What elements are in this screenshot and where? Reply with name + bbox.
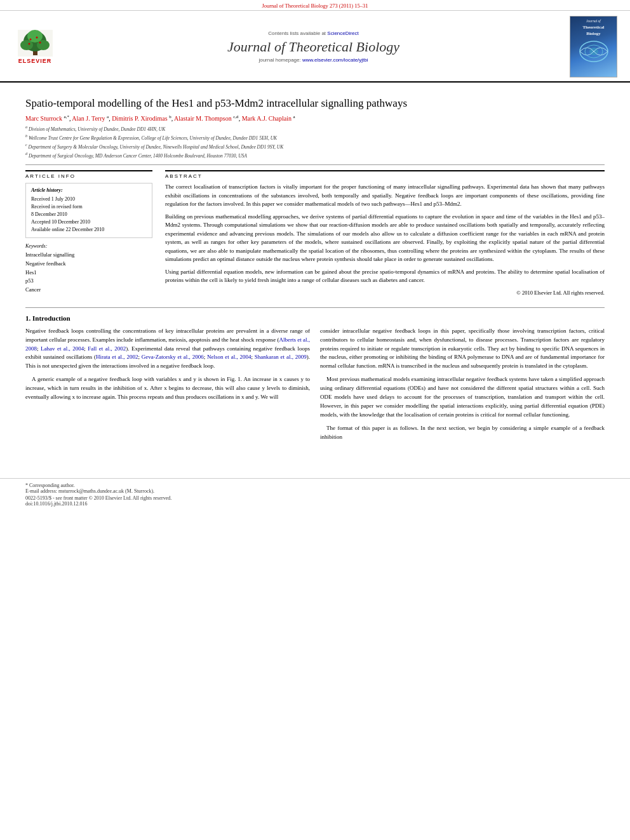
cover-journal-title1: Theoretical <box>582 25 604 30</box>
history-label: Article history: <box>31 187 147 193</box>
main-content: Spatio-temporal modelling of the Hes1 an… <box>0 83 630 459</box>
journal-bar: Journal of Theoretical Biology 273 (2011… <box>0 0 630 11</box>
elsevier-tree-icon <box>18 30 53 57</box>
authors-line: Marc Sturrock a,*, Alan J. Terry a, Dimi… <box>25 114 605 122</box>
author-xirodimas[interactable]: Dimitris P. Xirodimas <box>112 115 168 122</box>
introduction-title: 1. Introduction <box>25 314 605 322</box>
affil-d: d Department of Surgical Oncology, MD An… <box>25 151 605 159</box>
keywords-section: Keywords: Intracellular signalling Negat… <box>25 243 152 294</box>
journal-homepage-link[interactable]: www.elsevier.com/locate/yjtbi <box>302 57 368 63</box>
article-title: Spatio-temporal modelling of the Hes1 an… <box>25 97 605 110</box>
info-abstract-cols: ARTICLE INFO Article history: Received 1… <box>25 170 605 297</box>
svg-point-5 <box>27 30 43 43</box>
cite-shankaran[interactable]: Shankaran et al., 2009 <box>255 354 307 360</box>
footer-notes: * Corresponding author. E-mail address: … <box>25 483 605 494</box>
keyword-negative: Negative feedback <box>25 260 152 269</box>
abstract-para-3: Using partial differential equation mode… <box>165 268 605 285</box>
page-footer: * Corresponding author. E-mail address: … <box>0 478 630 510</box>
section-title-text: Introduction <box>32 314 70 322</box>
intro-col-right: consider intracellular negative feedback… <box>320 327 605 446</box>
cite-geva[interactable]: Geva-Zatorsky et al., 2006 <box>142 354 204 360</box>
abstract-col: ABSTRACT The correct localisation of tra… <box>165 170 605 297</box>
header-divider <box>25 164 605 165</box>
journal-header-center: Contents lists available at ScienceDirec… <box>65 30 562 63</box>
article-history-box: Article history: Received 1 July 2010 Re… <box>25 183 152 238</box>
affiliations: a Division of Mathematics, University of… <box>25 124 605 159</box>
article-info-col: ARTICLE INFO Article history: Received 1… <box>25 170 152 297</box>
cite-fall[interactable]: Fall et al., 2002 <box>88 345 126 352</box>
elsevier-logo: ELSEVIER <box>13 30 57 64</box>
copyright-line: © 2010 Elsevier Ltd. All rights reserved… <box>165 289 605 297</box>
svg-point-7 <box>36 36 37 38</box>
cover-journal-text: Journal of <box>586 19 601 23</box>
abstract-header: ABSTRACT <box>165 170 605 179</box>
keyword-hes1: Hes1 <box>25 269 152 277</box>
intro-col-left: Negative feedback loops controlling the … <box>25 327 310 446</box>
keyword-intracellular: Intracellular signalling <box>25 251 152 260</box>
svg-point-6 <box>29 38 31 40</box>
author-terry[interactable]: Alan J. Terry <box>72 115 105 122</box>
author-thompson[interactable]: Alastair M. Thompson <box>174 115 232 122</box>
abstract-para-1: The correct localisation of transcriptio… <box>165 183 605 209</box>
keyword-p53: p53 <box>25 277 152 286</box>
authors-text: Marc Sturrock a,*, Alan J. Terry a, Dimi… <box>25 115 295 122</box>
introduction-section: 1. Introduction Negative feedback loops … <box>25 307 605 446</box>
journal-title: Journal of Theoretical Biology <box>65 39 562 55</box>
sciencedirect-link[interactable]: ScienceDirect <box>327 30 358 36</box>
abstract-para-2: Building on previous mathematical modell… <box>165 213 605 264</box>
svg-point-8 <box>39 41 41 43</box>
journal-header: ELSEVIER Contents lists available at Sci… <box>0 11 630 83</box>
cite-hirata[interactable]: Hirata et al., 2002 <box>96 354 138 360</box>
intro-para-5: The format of this paper is as follows. … <box>320 424 605 442</box>
received-date: Received 1 July 2010 Received in revised… <box>31 196 147 234</box>
cite-lahav[interactable]: Lahav et al., 2004 <box>41 345 84 352</box>
elsevier-wordmark: ELSEVIER <box>18 58 52 64</box>
cover-journal-title2: Biology <box>586 31 601 36</box>
cover-graphic <box>575 39 613 70</box>
cite-nelson[interactable]: Nelson et al., 2004 <box>207 354 251 360</box>
license-doi-line: 0022-5193/$ - see front matter © 2010 El… <box>25 495 605 507</box>
intro-para-2: A generic example of a negative feedback… <box>25 375 310 402</box>
svg-point-9 <box>28 43 30 44</box>
intro-para-4: Most previous mathematical models examin… <box>320 375 605 420</box>
article-info-header: ARTICLE INFO <box>25 170 152 179</box>
intro-para-1: Negative feedback loops controlling the … <box>25 327 310 371</box>
affil-c: c Department of Surgery & Molecular Onco… <box>25 142 605 150</box>
keywords-label: Keywords: <box>25 243 152 249</box>
author-sturrock[interactable]: Marc Sturrock <box>25 115 62 122</box>
affil-a: a Division of Mathematics, University of… <box>25 124 605 133</box>
intro-para-3: consider intracellular negative feedback… <box>320 327 605 371</box>
contents-available-line: Contents lists available at ScienceDirec… <box>65 30 562 36</box>
keyword-cancer: Cancer <box>25 286 152 295</box>
journal-cover: Journal of Theoretical Biology <box>570 16 617 77</box>
affil-b: b Wellcome Trust Centre for Gene Regulat… <box>25 133 605 142</box>
introduction-body: Negative feedback loops controlling the … <box>25 327 605 446</box>
section-number: 1. <box>25 314 30 322</box>
abstract-text: The correct localisation of transcriptio… <box>165 183 605 297</box>
journal-homepage-line: journal homepage: www.elsevier.com/locat… <box>65 57 562 63</box>
author-chaplain[interactable]: Mark A.J. Chaplain <box>242 115 292 122</box>
corresponding-author-note: * Corresponding author. E-mail address: … <box>25 483 154 494</box>
journal-citation: Journal of Theoretical Biology 273 (2011… <box>262 3 368 9</box>
